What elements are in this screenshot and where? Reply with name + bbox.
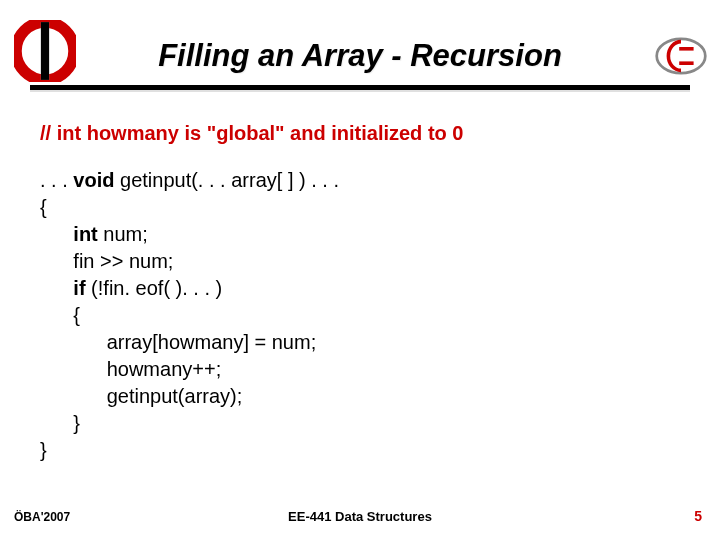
title-underline-shadow bbox=[30, 90, 690, 92]
code-line-5: if (!fin. eof( ). . . ) bbox=[40, 277, 222, 299]
code-line-3: int num; bbox=[40, 223, 148, 245]
code-line-9: getinput(array); bbox=[40, 385, 242, 407]
code-line-1: . . . void getinput(. . . array[ ] ) . .… bbox=[40, 169, 339, 191]
code-line-6: { bbox=[40, 304, 80, 326]
code-line-4: fin >> num; bbox=[40, 250, 173, 272]
slide-title: Filling an Array - Recursion bbox=[0, 38, 720, 74]
code-comment: // int howmany is "global" and initializ… bbox=[40, 120, 680, 147]
svg-point-4 bbox=[657, 39, 706, 73]
code-line-7: array[howmany] = num; bbox=[40, 331, 316, 353]
code-line-10: } bbox=[40, 412, 80, 434]
code-block: . . . void getinput(. . . array[ ] ) . .… bbox=[40, 167, 680, 464]
footer-page-number: 5 bbox=[694, 508, 702, 524]
code-line-11: } bbox=[40, 439, 47, 461]
code-line-8: howmany++; bbox=[40, 358, 221, 380]
footer-course: EE-441 Data Structures bbox=[0, 509, 720, 524]
course-logo-right bbox=[654, 36, 708, 76]
code-line-2: { bbox=[40, 196, 47, 218]
slide-body: // int howmany is "global" and initializ… bbox=[40, 120, 680, 464]
slide-header: Filling an Array - Recursion bbox=[0, 0, 720, 100]
